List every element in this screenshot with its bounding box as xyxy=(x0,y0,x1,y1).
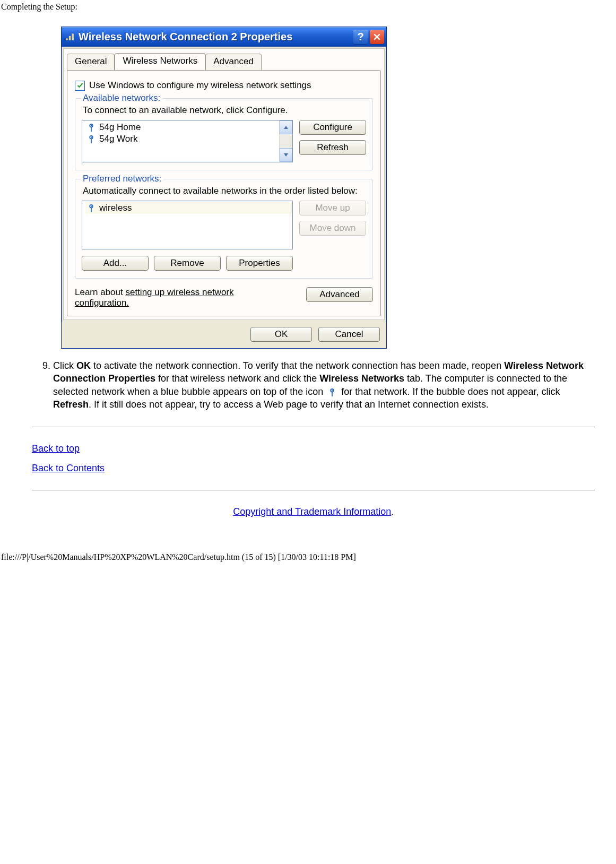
svg-rect-0 xyxy=(66,38,67,40)
antenna-icon xyxy=(86,203,96,213)
scroll-track[interactable] xyxy=(280,134,292,148)
titlebar-text: Wireless Network Connection 2 Properties xyxy=(79,31,353,43)
network-name: 54g Home xyxy=(99,122,141,133)
list-item[interactable]: 54g Work xyxy=(85,133,280,145)
close-button[interactable] xyxy=(370,30,384,44)
use-windows-checkbox[interactable] xyxy=(75,81,85,91)
advanced-button[interactable]: Advanced xyxy=(306,287,373,302)
svg-rect-2 xyxy=(72,33,74,40)
divider xyxy=(32,490,595,490)
add-button[interactable]: Add... xyxy=(82,256,149,271)
tab-general[interactable]: General xyxy=(67,54,115,71)
scroll-up-icon[interactable] xyxy=(280,120,292,134)
configure-button[interactable]: Configure xyxy=(299,120,366,135)
step-9: Click OK to activate the network connect… xyxy=(53,359,595,411)
app-icon xyxy=(65,32,74,41)
network-name: 54g Work xyxy=(99,134,137,144)
divider xyxy=(32,427,595,427)
properties-dialog: Wireless Network Connection 2 Properties… xyxy=(61,27,387,349)
move-up-button: Move up xyxy=(299,201,366,215)
cancel-button[interactable]: Cancel xyxy=(318,327,380,342)
move-down-button: Move down xyxy=(299,221,366,236)
properties-button[interactable]: Properties xyxy=(226,256,293,271)
tab-advanced[interactable]: Advanced xyxy=(205,54,262,71)
tab-panel-wireless: Use Windows to configure my wireless net… xyxy=(67,70,381,316)
remove-button[interactable]: Remove xyxy=(154,256,221,271)
list-item[interactable]: wireless xyxy=(85,202,292,214)
titlebar[interactable]: Wireless Network Connection 2 Properties… xyxy=(62,27,386,47)
antenna-icon xyxy=(86,123,96,132)
help-button[interactable]: ? xyxy=(353,30,368,44)
scroll-down-icon[interactable] xyxy=(280,148,292,162)
svg-point-6 xyxy=(91,137,92,138)
use-windows-label: Use Windows to configure my wireless net… xyxy=(89,80,311,91)
preferred-text: Automatically connect to available netwo… xyxy=(82,183,366,201)
preferred-networks-list[interactable]: wireless xyxy=(82,201,293,249)
list-item[interactable]: 54g Home xyxy=(85,122,280,133)
learn-about-text: Learn about setting up wireless network … xyxy=(75,287,250,308)
preferred-networks-group: Preferred networks: Automatically connec… xyxy=(75,179,373,279)
page-breadcrumb: Completing the Setup: xyxy=(0,0,616,12)
available-text: To connect to an available network, clic… xyxy=(82,102,366,120)
back-to-contents-link[interactable]: Back to Contents xyxy=(32,463,105,473)
preferred-legend: Preferred networks: xyxy=(81,174,163,184)
tab-wireless-networks[interactable]: Wireless Networks xyxy=(115,53,205,70)
refresh-button[interactable]: Refresh xyxy=(299,140,366,155)
available-networks-list[interactable]: 54g Home 54g Work xyxy=(82,120,293,162)
tab-strip: General Wireless Networks Advanced xyxy=(64,49,384,70)
antenna-icon xyxy=(86,134,96,144)
available-legend: Available networks: xyxy=(81,93,162,103)
copyright-link[interactable]: Copyright and Trademark Information xyxy=(233,506,391,517)
back-to-top-link[interactable]: Back to top xyxy=(32,443,80,454)
svg-point-10 xyxy=(332,390,333,391)
network-name: wireless xyxy=(99,203,132,213)
svg-point-8 xyxy=(91,206,92,207)
ok-button[interactable]: OK xyxy=(250,327,312,342)
svg-rect-1 xyxy=(69,36,71,40)
page-footer: file:///P|/User%20Manuals/HP%20XP%20WLAN… xyxy=(0,526,616,567)
available-networks-group: Available networks: To connect to an ava… xyxy=(75,98,373,170)
antenna-icon xyxy=(327,387,337,397)
period: . xyxy=(391,507,393,516)
svg-point-4 xyxy=(91,125,92,126)
scrollbar[interactable] xyxy=(279,120,292,162)
